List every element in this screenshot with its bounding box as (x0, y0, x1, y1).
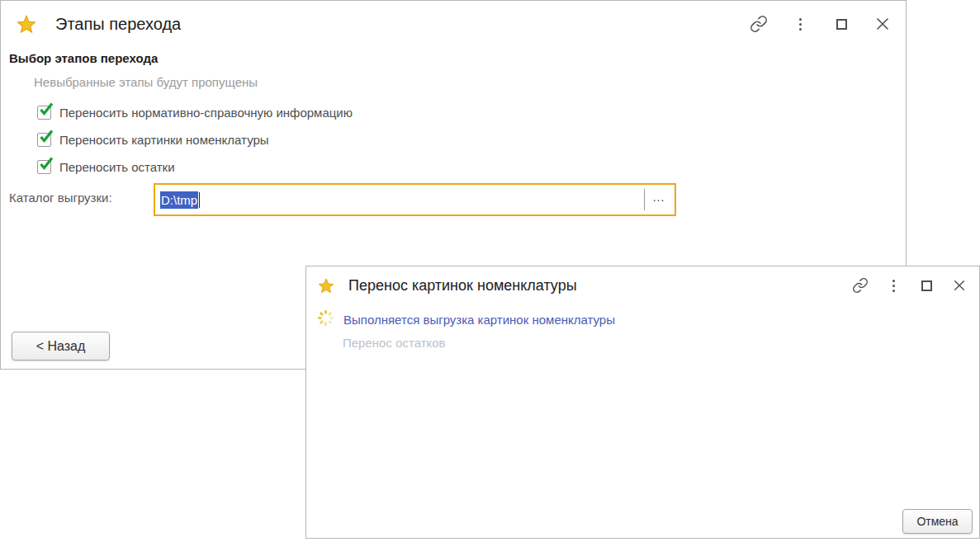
back-button[interactable]: < Назад (12, 332, 110, 361)
maximize-icon[interactable] (916, 276, 936, 295)
star-icon (317, 277, 335, 295)
hint-text: Невыбранные этапы будут пропущены (34, 75, 258, 89)
export-folder-input[interactable]: D:\tmp ... (154, 183, 676, 216)
checkbox-row-transfer-balances[interactable]: Переносить остатки (37, 158, 175, 176)
window2-titlebar: Перенос картинок номенклатуры (306, 266, 979, 304)
checkbox-checked[interactable] (37, 133, 51, 147)
menu-dots-glyph (892, 280, 895, 292)
menu-dots-glyph (799, 18, 802, 31)
checkbox-checked[interactable] (37, 106, 51, 120)
checkbox-checked[interactable] (37, 160, 51, 174)
progress-current-row: Выполняется выгрузка картинок номенклату… (317, 309, 615, 330)
input-separator (644, 189, 645, 210)
cancel-button[interactable]: Отмена (902, 509, 973, 534)
maximize-glyph (836, 19, 847, 30)
progress-pending-text: Перенос остатков (343, 336, 446, 350)
export-folder-label: Каталог выгрузки: (9, 191, 112, 205)
star-icon (16, 14, 37, 35)
checkbox-label: Переносить остатки (59, 160, 175, 174)
checkbox-row-transfer-reference-info[interactable]: Переносить нормативно-справочную информа… (37, 103, 353, 121)
window1-title: Этапы перехода (55, 15, 181, 34)
link-icon[interactable] (850, 276, 870, 295)
maximize-glyph (921, 280, 932, 291)
checkbox-label: Переносить нормативно-справочную информа… (59, 106, 353, 120)
window2-title: Перенос картинок номенклатуры (348, 277, 577, 295)
window1-titlebar-icons (749, 1, 892, 47)
spinner-icon (317, 309, 334, 330)
progress-current-text: Выполняется выгрузка картинок номенклату… (343, 313, 615, 327)
close-icon[interactable] (873, 14, 892, 34)
checkbox-row-transfer-item-pictures[interactable]: Переносить картинки номенклатуры (37, 130, 269, 148)
section-heading: Выбор этапов перехода (9, 51, 158, 65)
window2-titlebar-icons (850, 266, 969, 304)
desktop: Этапы перехода (0, 0, 980, 542)
window-picture-transfer: Перенос картинок номенклатуры (305, 266, 980, 539)
export-folder-value: D:\tmp (160, 191, 198, 209)
menu-dots-icon[interactable] (790, 14, 810, 34)
checkbox-label: Переносить картинки номенклатуры (59, 133, 269, 147)
link-icon[interactable] (749, 14, 769, 34)
choose-folder-button[interactable]: ... (646, 185, 671, 214)
close-icon[interactable] (949, 276, 969, 295)
maximize-icon[interactable] (831, 14, 851, 34)
menu-dots-icon[interactable] (883, 276, 903, 295)
text-caret (199, 192, 200, 208)
window1-titlebar: Этапы перехода (1, 1, 906, 47)
